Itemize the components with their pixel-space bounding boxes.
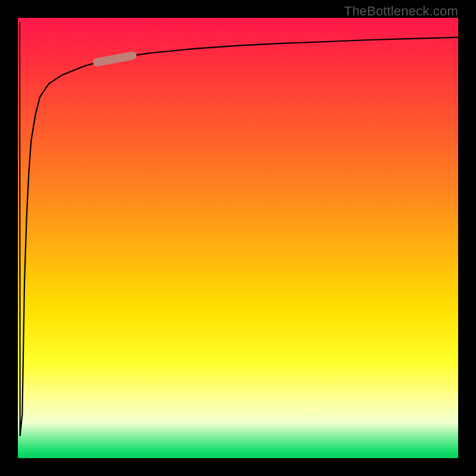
bottleneck-curve-line: [20, 22, 458, 436]
chart-frame: [18, 18, 458, 458]
bottleneck-marker: [97, 56, 132, 62]
attribution-text: TheBottleneck.com: [344, 4, 458, 19]
chart-svg: [18, 18, 458, 458]
